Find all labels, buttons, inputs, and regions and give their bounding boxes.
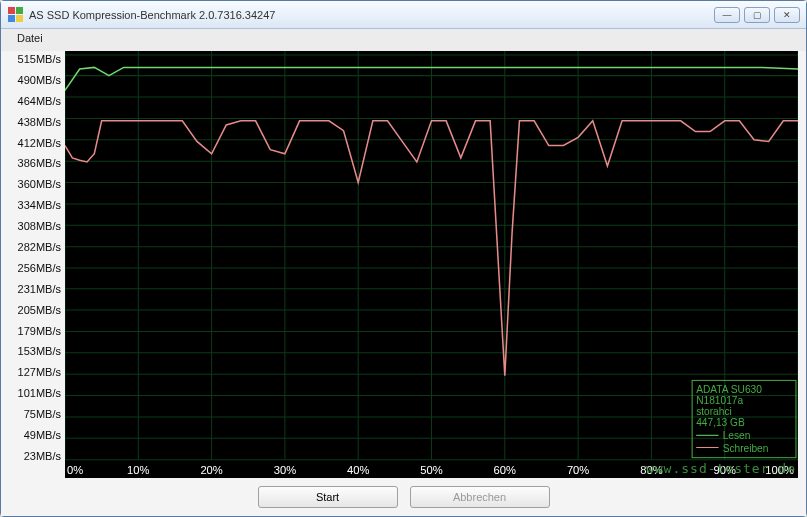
- y-tick-label: 179MB/s: [9, 325, 61, 337]
- svg-text:0%: 0%: [67, 464, 83, 476]
- plot-area: 0%10%20%30%40%50%60%70%80%90%100% ADATA …: [65, 51, 798, 478]
- content: 515MB/s490MB/s464MB/s438MB/s412MB/s386MB…: [1, 51, 806, 516]
- svg-text:Lesen: Lesen: [723, 430, 751, 441]
- svg-text:50%: 50%: [420, 464, 442, 476]
- start-button[interactable]: Start: [258, 486, 398, 508]
- y-tick-label: 438MB/s: [9, 116, 61, 128]
- close-button[interactable]: ✕: [774, 7, 800, 23]
- y-tick-label: 205MB/s: [9, 304, 61, 316]
- y-tick-label: 308MB/s: [9, 220, 61, 232]
- y-tick-label: 49MB/s: [9, 429, 61, 441]
- button-bar: Start Abbrechen: [9, 478, 798, 510]
- window-title: AS SSD Kompression-Benchmark 2.0.7316.34…: [29, 9, 714, 21]
- maximize-button[interactable]: ▢: [744, 7, 770, 23]
- chart-svg: 0%10%20%30%40%50%60%70%80%90%100% ADATA …: [65, 51, 798, 478]
- menu-bar: Datei: [1, 29, 806, 51]
- y-tick-label: 386MB/s: [9, 157, 61, 169]
- svg-text:N181017a: N181017a: [696, 395, 743, 406]
- y-tick-label: 515MB/s: [9, 53, 61, 65]
- window-buttons: — ▢ ✕: [714, 7, 800, 23]
- y-tick-label: 23MB/s: [9, 450, 61, 462]
- svg-text:447,13 GB: 447,13 GB: [696, 417, 745, 428]
- y-tick-label: 490MB/s: [9, 74, 61, 86]
- svg-text:storahci: storahci: [696, 406, 732, 417]
- svg-text:60%: 60%: [494, 464, 516, 476]
- svg-text:20%: 20%: [200, 464, 222, 476]
- y-tick-label: 256MB/s: [9, 262, 61, 274]
- app-icon: [7, 7, 23, 23]
- y-axis-labels: 515MB/s490MB/s464MB/s438MB/s412MB/s386MB…: [9, 51, 65, 478]
- y-tick-label: 464MB/s: [9, 95, 61, 107]
- minimize-button[interactable]: —: [714, 7, 740, 23]
- y-tick-label: 127MB/s: [9, 366, 61, 378]
- abort-button[interactable]: Abbrechen: [410, 486, 550, 508]
- y-tick-label: 75MB/s: [9, 408, 61, 420]
- titlebar: AS SSD Kompression-Benchmark 2.0.7316.34…: [1, 1, 806, 29]
- y-tick-label: 282MB/s: [9, 241, 61, 253]
- chart: 515MB/s490MB/s464MB/s438MB/s412MB/s386MB…: [9, 51, 798, 478]
- y-tick-label: 360MB/s: [9, 178, 61, 190]
- app-window: AS SSD Kompression-Benchmark 2.0.7316.34…: [0, 0, 807, 517]
- svg-text:10%: 10%: [127, 464, 149, 476]
- svg-text:ADATA SU630: ADATA SU630: [696, 384, 762, 395]
- menu-file[interactable]: Datei: [13, 30, 47, 46]
- svg-text:70%: 70%: [567, 464, 589, 476]
- y-tick-label: 153MB/s: [9, 345, 61, 357]
- svg-text:30%: 30%: [274, 464, 296, 476]
- svg-text:Schreiben: Schreiben: [723, 443, 769, 454]
- svg-text:40%: 40%: [347, 464, 369, 476]
- watermark: www.ssd-tester.de: [646, 461, 796, 476]
- y-tick-label: 334MB/s: [9, 199, 61, 211]
- y-tick-label: 412MB/s: [9, 137, 61, 149]
- y-tick-label: 231MB/s: [9, 283, 61, 295]
- y-tick-label: 101MB/s: [9, 387, 61, 399]
